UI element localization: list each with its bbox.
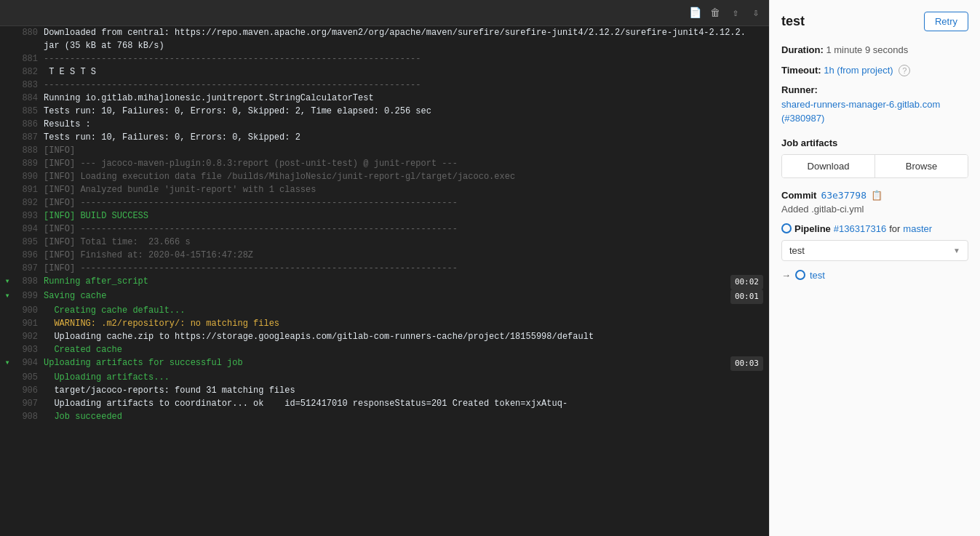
log-line: ▾899Saving cache00:01 <box>0 289 769 304</box>
runner-label: Runner: <box>781 84 818 95</box>
log-line: 896[INFO] Finished at: 2020-04-15T16:47:… <box>0 249 769 262</box>
line-number: 903 <box>15 343 44 356</box>
line-content: Results : <box>44 118 769 131</box>
line-number: 901 <box>15 317 44 330</box>
line-number: 889 <box>15 157 44 170</box>
line-content: Created cache <box>44 343 769 356</box>
log-line: 881-------------------------------------… <box>0 52 769 65</box>
stage-dropdown[interactable]: test ▼ <box>781 240 968 261</box>
line-number: 886 <box>15 118 44 131</box>
copy-icon[interactable]: 📋 <box>871 190 883 201</box>
chevron-down-icon: ▼ <box>953 247 960 255</box>
log-line: 885Tests run: 10, Failures: 0, Errors: 0… <box>0 105 769 118</box>
line-number: 883 <box>15 79 44 92</box>
log-line: 883-------------------------------------… <box>0 79 769 92</box>
line-toggle[interactable]: ▾ <box>0 356 15 369</box>
line-number: 907 <box>15 397 44 410</box>
timeout-row: Timeout: 1h (from project) ? <box>781 63 968 78</box>
job-name[interactable]: test <box>810 270 825 281</box>
pipeline-number[interactable]: #136317316 <box>834 223 886 234</box>
line-number: 905 <box>15 371 44 384</box>
log-line: 895[INFO] Total time: 23.666 s <box>0 236 769 249</box>
browse-button[interactable]: Browse <box>875 155 968 177</box>
log-line: 891[INFO] Analyzed bundle 'junit-report'… <box>0 183 769 196</box>
pipeline-status-icon <box>781 223 792 233</box>
line-number: 884 <box>15 92 44 105</box>
line-number: 906 <box>15 384 44 397</box>
help-icon[interactable]: ? <box>899 65 910 76</box>
line-content: Uploading artifacts... <box>44 371 769 384</box>
pipeline-branch[interactable]: master <box>903 223 932 234</box>
log-toolbar: 📄 🗑 ⇧ ⇩ <box>0 0 769 26</box>
line-number: 908 <box>15 410 44 423</box>
line-number: 893 <box>15 209 44 223</box>
pipeline-for-text: for <box>889 223 900 234</box>
log-line: 888[INFO] <box>0 144 769 157</box>
line-number: 898 <box>15 275 44 288</box>
download-button[interactable]: Download <box>782 155 875 177</box>
timeout-label: Timeout: <box>781 65 821 76</box>
retry-button[interactable]: Retry <box>924 12 968 31</box>
line-badge: 00:02 <box>730 275 763 289</box>
log-line: 882 T E S T S <box>0 65 769 79</box>
line-number: 885 <box>15 105 44 118</box>
file-icon[interactable]: 📄 <box>688 6 702 20</box>
pipeline-label: Pipeline <box>794 223 831 234</box>
line-number: 904 <box>15 356 44 369</box>
line-toggle[interactable]: ▾ <box>0 289 15 303</box>
line-badge: 00:03 <box>730 356 763 371</box>
line-number: 880 <box>15 26 44 39</box>
line-content: Uploading artifacts to coordinator... ok… <box>44 397 769 410</box>
line-number: 887 <box>15 131 44 144</box>
sidebar: test Retry Duration: 1 minute 9 seconds … <box>769 0 980 536</box>
arrow-right-icon: → <box>781 270 791 281</box>
artifact-buttons: Download Browse <box>781 154 968 178</box>
scroll-top-icon[interactable]: ⇧ <box>728 6 743 20</box>
line-number: 897 <box>15 262 44 275</box>
log-line: jar (35 kB at 768 kB/s) <box>0 39 769 52</box>
line-badge: 00:01 <box>730 289 763 304</box>
stage-name: test <box>789 245 805 256</box>
log-line: 892[INFO] ------------------------------… <box>0 196 769 209</box>
log-line: 880Downloaded from central: https://repo… <box>0 26 769 39</box>
log-line: 897[INFO] ------------------------------… <box>0 262 769 275</box>
log-line: 905 Uploading artifacts... <box>0 371 769 384</box>
log-line: 890[INFO] Loading execution data file /b… <box>0 170 769 183</box>
line-content: Tests run: 10, Failures: 0, Errors: 0, S… <box>44 105 769 118</box>
job-artifacts-label: Job artifacts <box>781 137 968 148</box>
line-content: [INFO] ---------------------------------… <box>44 223 769 236</box>
timeout-value[interactable]: 1h (from project) <box>824 65 893 76</box>
pipeline-row: Pipeline #136317316 for master <box>781 223 968 234</box>
line-number: 895 <box>15 236 44 249</box>
job-row: → test <box>781 270 968 281</box>
log-line: 889[INFO] --- jacoco-maven-plugin:0.8.3:… <box>0 157 769 170</box>
commit-hash[interactable]: 63e37798 <box>821 190 867 201</box>
trash-icon[interactable]: 🗑 <box>708 6 722 20</box>
line-content: Uploading cache.zip to https://storage.g… <box>44 330 769 343</box>
duration-row: Duration: 1 minute 9 seconds <box>781 43 968 57</box>
line-content: Running io.gitlab.mihajlonesic.junitrepo… <box>44 92 769 105</box>
line-content: [INFO] Analyzed bundle 'junit-report' wi… <box>44 183 769 196</box>
line-content: T E S T S <box>44 65 769 79</box>
line-number: 888 <box>15 144 44 157</box>
line-content: [INFO] ---------------------------------… <box>44 262 769 275</box>
commit-message: Added .gitlab-ci.yml <box>781 204 968 215</box>
log-line: 886Results : <box>0 118 769 131</box>
line-content: [INFO] Finished at: 2020-04-15T16:47:28Z <box>44 249 769 262</box>
log-line: 908 Job succeeded <box>0 410 769 423</box>
line-content: [INFO] --- jacoco-maven-plugin:0.8.3:rep… <box>44 157 769 170</box>
line-content: [INFO] Loading execution data file /buil… <box>44 170 769 183</box>
line-number: 894 <box>15 223 44 236</box>
line-content: Creating cache default... <box>44 304 769 317</box>
log-line: ▾898Running after_script00:02 <box>0 275 769 289</box>
line-content: [INFO] Total time: 23.666 s <box>44 236 769 249</box>
runner-value[interactable]: shared-runners-manager-6.gitlab.com (#38… <box>781 99 940 124</box>
line-toggle[interactable]: ▾ <box>0 275 15 288</box>
line-number: 882 <box>15 65 44 79</box>
commit-label: Commit <box>781 190 816 201</box>
duration-label: Duration: <box>781 44 824 55</box>
scroll-bottom-icon[interactable]: ⇩ <box>749 6 763 20</box>
job-status-icon <box>795 270 805 280</box>
log-line: 903 Created cache <box>0 343 769 356</box>
log-line: 902 Uploading cache.zip to https://stora… <box>0 330 769 343</box>
